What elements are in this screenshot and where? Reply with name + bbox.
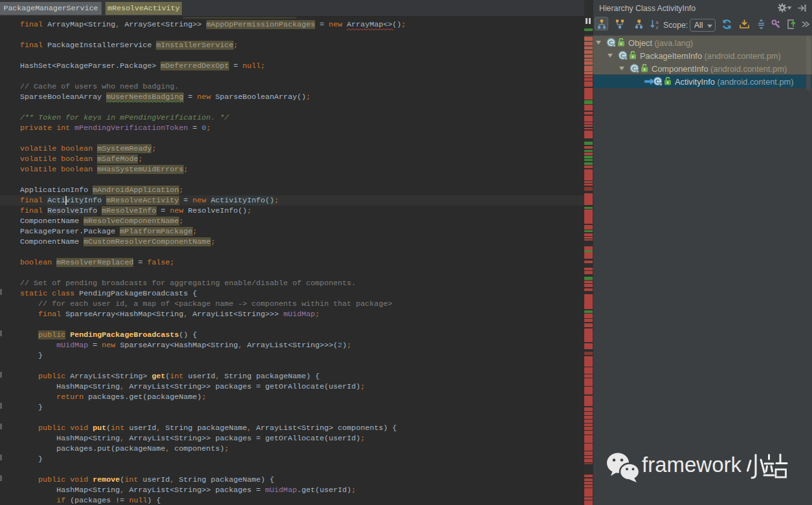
svg-text:z: z [656, 25, 659, 30]
